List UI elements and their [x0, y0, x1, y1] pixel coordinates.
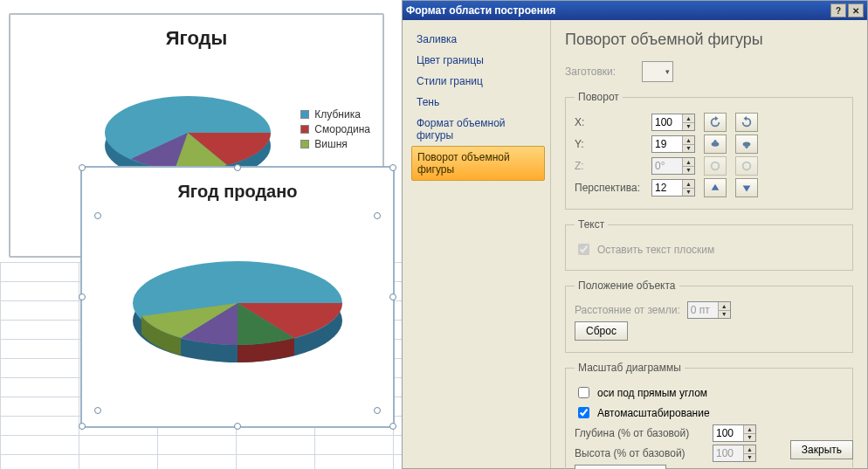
x-label: X: — [575, 116, 644, 128]
distance-label: Расстояние от земли: — [575, 304, 680, 316]
z-spin: ▲▼ — [651, 157, 695, 175]
side-item-border-color[interactable]: Цвет границы — [411, 50, 545, 71]
legend-item: Вишня — [300, 138, 370, 150]
text-legend: Текст — [575, 218, 608, 231]
presets-label: Заготовки: — [565, 66, 635, 78]
height-input — [713, 445, 743, 461]
perspective-down-button[interactable] — [735, 178, 758, 197]
position-legend: Положение объекта — [575, 279, 679, 292]
right-angle-label: оси под прямым углом — [597, 387, 707, 399]
spin-down-icon[interactable]: ▼ — [682, 189, 694, 197]
legend-swatch-icon — [300, 125, 309, 134]
perspective-label: Перспектива: — [575, 182, 644, 194]
selection-handle[interactable] — [389, 423, 396, 430]
rotate-z-cw-button — [735, 156, 758, 176]
selection-handle[interactable] — [94, 212, 101, 219]
selection-handle[interactable] — [234, 164, 241, 171]
right-angle-check[interactable]: оси под прямым углом — [575, 384, 844, 401]
legend-label: Клубника — [314, 108, 361, 121]
chart2-title: Ягод продано — [82, 182, 393, 202]
svg-point-4 — [712, 162, 720, 170]
rotate-y-up-button[interactable] — [704, 134, 727, 154]
selection-handle[interactable] — [374, 407, 381, 414]
flat-text-checkbox — [578, 244, 589, 255]
svg-point-5 — [743, 162, 751, 170]
selection-handle[interactable] — [79, 164, 86, 171]
side-item-fill[interactable]: Заливка — [411, 29, 545, 50]
autoscale-checkbox[interactable] — [578, 407, 589, 418]
reset-button[interactable]: Сброс — [575, 321, 628, 341]
worksheet-area: Ягоды Клубника Смородина Вишня Ягод прод… — [0, 0, 402, 469]
y-spin[interactable]: ▲▼ — [651, 135, 695, 153]
position-group: Положение объекта Расстояние от земли: ▲… — [565, 279, 853, 353]
side-item-border-style[interactable]: Стили границ — [411, 71, 545, 92]
presets-row: Заготовки: — [565, 61, 853, 82]
chart-sold[interactable]: Ягод продано — [80, 166, 395, 428]
legend-swatch-icon — [300, 110, 309, 119]
side-item-3d-format[interactable]: Формат объемной фигуры — [411, 113, 545, 146]
selection-handle[interactable] — [94, 407, 101, 414]
side-item-shadow[interactable]: Тень — [411, 92, 545, 113]
x-spin[interactable]: ▲▼ — [651, 114, 695, 131]
flat-text-label: Оставить текст плоским — [597, 244, 714, 256]
spin-down-icon: ▼ — [718, 311, 730, 319]
perspective-input[interactable] — [652, 180, 682, 196]
perspective-up-button[interactable] — [704, 178, 727, 197]
close-x-button[interactable]: ✕ — [848, 3, 864, 17]
autoscale-label: Автомасштабирование — [597, 407, 710, 419]
selection-handle[interactable] — [79, 293, 86, 300]
spin-up-icon[interactable]: ▲ — [682, 114, 694, 123]
depth-spin[interactable]: ▲▼ — [713, 424, 756, 442]
chart1-legend: Клубника Смородина Вишня — [300, 106, 370, 153]
legend-item: Смородина — [300, 123, 370, 135]
rotate-x-left-button[interactable] — [704, 113, 727, 132]
y-label: Y: — [575, 138, 644, 150]
plot-area[interactable] — [98, 216, 377, 410]
spin-up-icon[interactable]: ▲ — [682, 180, 694, 189]
selection-handle[interactable] — [234, 423, 241, 430]
rotate-x-right-button[interactable] — [735, 113, 758, 132]
right-angle-checkbox[interactable] — [578, 387, 589, 398]
legend-label: Вишня — [314, 138, 347, 150]
dialog-side-nav: Заливка Цвет границы Стили границ Тень Ф… — [403, 20, 551, 468]
close-button[interactable]: Закрыть — [790, 440, 853, 459]
legend-item: Клубника — [300, 108, 370, 121]
text-group: Текст Оставить текст плоским — [565, 218, 853, 271]
rotation-legend: Поворот — [575, 91, 623, 103]
distance-spin: ▲▼ — [687, 301, 731, 319]
y-input[interactable] — [652, 136, 682, 152]
x-input[interactable] — [652, 114, 682, 130]
chart2-pie — [107, 216, 369, 390]
spin-up-icon[interactable]: ▲ — [743, 425, 755, 434]
spin-up-icon[interactable]: ▲ — [682, 136, 694, 145]
flat-text-check: Оставить текст плоским — [575, 241, 844, 258]
dialog-title: Формат области построения — [406, 4, 555, 17]
default-button[interactable]: по умолчанию — [575, 465, 666, 469]
selection-handle[interactable] — [389, 164, 396, 171]
side-item-3d-rotation[interactable]: Поворот объемной фигуры — [411, 146, 545, 181]
rotation-group: Поворот X: ▲▼ Y: ▲▼ — [565, 91, 853, 210]
spin-up-icon: ▲ — [682, 158, 694, 167]
dialog-main-pane: Поворот объемной фигуры Заготовки: Повор… — [551, 20, 867, 468]
selection-handle[interactable] — [374, 212, 381, 219]
rotate-y-down-button[interactable] — [735, 134, 758, 154]
spin-down-icon[interactable]: ▼ — [682, 145, 694, 153]
spin-down-icon[interactable]: ▼ — [682, 123, 694, 131]
spin-down-icon: ▼ — [682, 167, 694, 175]
z-input — [652, 158, 682, 174]
height-spin: ▲▼ — [713, 445, 756, 462]
distance-input — [688, 302, 718, 318]
presets-dropdown[interactable] — [642, 61, 673, 82]
selection-handle[interactable] — [79, 423, 86, 430]
scale-legend: Масштаб диаграммы — [575, 362, 685, 374]
selection-handle[interactable] — [389, 293, 396, 300]
autoscale-check[interactable]: Автомасштабирование — [575, 404, 844, 421]
perspective-spin[interactable]: ▲▼ — [651, 179, 695, 197]
help-button[interactable]: ? — [830, 3, 846, 17]
chart1-title: Ягоды — [10, 27, 382, 50]
depth-input[interactable] — [713, 425, 743, 441]
depth-label: Глубина (% от базовой) — [575, 427, 706, 439]
spin-down-icon[interactable]: ▼ — [743, 434, 755, 442]
z-label: Z: — [575, 160, 644, 172]
dialog-titlebar[interactable]: Формат области построения ? ✕ — [403, 1, 867, 20]
